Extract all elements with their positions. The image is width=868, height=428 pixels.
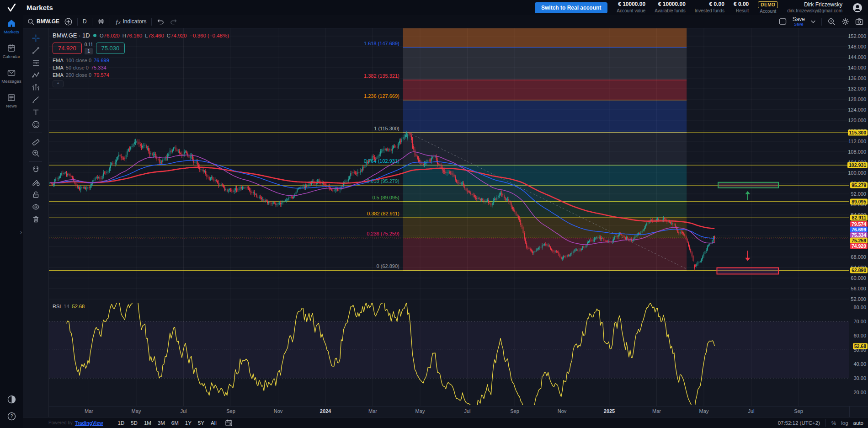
sell-bid-button[interactable]: 74.920 (53, 43, 82, 54)
user-info[interactable]: Dirk Friczewsky dirk.friczewsky@gmail.co… (787, 1, 842, 14)
price-tick: 120.000 (848, 118, 866, 123)
ohlc-key: C (167, 33, 170, 38)
ohlc-pair: O76.020 (100, 33, 120, 38)
redo-icon[interactable] (170, 18, 177, 25)
remove-drawings-tool[interactable] (28, 213, 43, 225)
indicator-params: 50 close 0 (66, 65, 89, 70)
save-button[interactable]: Save Save (793, 16, 805, 27)
legend-collapse-button[interactable]: ^ (53, 80, 64, 87)
svg-text:0.236 (75.259): 0.236 (75.259) (367, 231, 399, 236)
camera-snapshot-icon[interactable] (855, 18, 863, 25)
svg-text:1.236 (127.669): 1.236 (127.669) (364, 93, 399, 99)
pattern-tool[interactable] (28, 69, 43, 81)
layout-select-icon[interactable] (779, 18, 787, 25)
zoom-in-tool[interactable] (28, 147, 43, 160)
alert-icon[interactable] (828, 18, 836, 26)
forecast-tool[interactable] (28, 81, 43, 94)
metric-label: Invested funds (695, 8, 724, 14)
change-value: −0.360 (−0.48%) (190, 33, 229, 38)
time-label: Mar (85, 408, 93, 414)
time-axis[interactable]: ‹ MarMayJulSepNov2024MarMayJulSepNov2025… (49, 406, 849, 417)
ohlc-key: H (122, 33, 126, 38)
quantity-field[interactable]: 1 (85, 48, 93, 54)
indicators-label: Indicators (122, 18, 146, 25)
settings-gear-icon[interactable] (841, 18, 849, 26)
magnet-tool[interactable] (28, 164, 43, 176)
hide-drawings-tool[interactable] (28, 201, 43, 213)
rsi-tick: 30.00 (853, 375, 866, 381)
time-label: Mar (652, 408, 661, 414)
add-symbol-icon[interactable] (64, 18, 72, 26)
switch-to-real-account-button[interactable]: Switch to Real account (535, 2, 607, 13)
svg-text:0.618 (95.279): 0.618 (95.279) (367, 178, 399, 184)
app-logo[interactable] (0, 3, 23, 13)
measure-tool[interactable] (28, 135, 43, 147)
price-badge: 102.931 (847, 162, 868, 168)
clock[interactable]: 07:52:12 (UTC+2) (778, 420, 820, 426)
legend-symbol[interactable]: BMW.GE · 1D (53, 32, 90, 39)
top-bar: Markets Switch to Real account € 10000.0… (0, 0, 868, 15)
indicator-row[interactable]: EMA200 close 079.574 (53, 72, 229, 78)
ohlc-key: O (100, 33, 104, 38)
indicator-name: EMA (53, 72, 64, 78)
price-tick: 68.000 (851, 254, 866, 260)
brush-tool[interactable] (28, 94, 43, 106)
time-label: May (699, 408, 709, 414)
indicators-button[interactable]: ƒx Indicators (115, 18, 147, 25)
range-button-all[interactable]: All (208, 419, 219, 427)
tradingview-link[interactable]: TradingView (75, 420, 103, 426)
scale-mode-log[interactable]: log (841, 420, 848, 426)
emoji-tool[interactable] (28, 118, 43, 131)
undo-icon[interactable] (157, 18, 165, 25)
chart-plot-area[interactable]: 1.618 (147.689)1.382 (135.321)1.236 (127… (49, 28, 849, 406)
lock-all-tool[interactable] (28, 188, 43, 201)
range-button-1y[interactable]: 1Y (183, 419, 194, 427)
demo-badge-label: Account (760, 9, 776, 14)
range-button-5d[interactable]: 5D (128, 419, 140, 427)
time-label: Sep (226, 408, 235, 414)
chart-body: 1.618 (147.689)1.382 (135.321)1.236 (127… (23, 28, 868, 428)
theme-toggle-icon[interactable] (7, 395, 16, 404)
crosshair-tool[interactable] (28, 32, 43, 44)
sidebar-expander-icon[interactable]: › (20, 229, 22, 235)
sidebar-bottom: ? (7, 395, 16, 428)
timeframe-button[interactable]: D (83, 18, 87, 25)
price-badge: 95.279 (850, 182, 868, 188)
user-email: dirk.friczewsky@gmail.com (787, 8, 842, 14)
indicator-params: 200 close 0 (66, 72, 91, 78)
price-tick: 60.000 (851, 275, 866, 281)
avatar[interactable] (852, 2, 863, 14)
chevron-down-icon[interactable] (811, 20, 815, 23)
text-tool[interactable] (28, 106, 43, 118)
range-button-3m[interactable]: 3M (155, 419, 167, 427)
scale-mode-auto[interactable]: auto (853, 420, 863, 426)
sidebar-item-messages[interactable]: Messages (0, 68, 23, 84)
sidebar-item-news[interactable]: News (0, 93, 23, 108)
range-button-6m[interactable]: 6M (169, 419, 181, 427)
indicator-row[interactable]: EMA50 close 075.334 (53, 65, 229, 70)
topbar-right: Switch to Real account € 10000.00Account… (535, 1, 868, 14)
help-icon[interactable]: ? (7, 412, 16, 421)
scale-mode-%[interactable]: % (831, 420, 836, 426)
time-label: May (415, 408, 425, 414)
sidebar-item-label: Calendar (3, 54, 21, 59)
time-label: 2025 (604, 408, 615, 414)
sidebar-item-markets[interactable]: Markets (0, 19, 23, 34)
candles-style-icon[interactable] (97, 18, 105, 25)
indicator-row[interactable]: EMA100 close 076.699 (53, 58, 229, 63)
range-button-1m[interactable]: 1M (142, 419, 154, 427)
home-icon (7, 19, 16, 28)
toolbar-divider (110, 18, 110, 26)
symbol-search-button[interactable]: BMW.GE (27, 18, 59, 25)
ohlc-value: 73.460 (148, 33, 164, 38)
buy-ask-button[interactable]: 75.030 (96, 43, 125, 54)
range-button-5y[interactable]: 5Y (196, 419, 207, 427)
sidebar-item-calendar[interactable]: Calendar (0, 43, 23, 59)
go-to-date-icon[interactable] (225, 419, 233, 427)
trendline-tool[interactable] (28, 44, 43, 57)
price-axis[interactable]: 152.000148.000144.000140.000136.000132.0… (849, 28, 868, 406)
range-button-1d[interactable]: 1D (115, 419, 127, 427)
save-status: Save (794, 22, 804, 27)
drawing-lock-tool[interactable] (28, 176, 43, 188)
fib-retracement-tool[interactable] (28, 57, 43, 69)
